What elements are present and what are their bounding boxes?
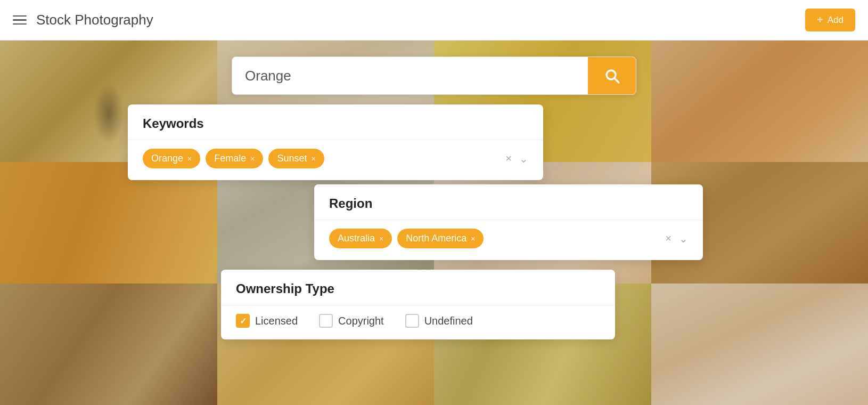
checkbox-undefined-label: Undefined <box>424 315 473 327</box>
keywords-panel: Keywords Orange × Female × Sunset × × ⌄ <box>128 104 543 180</box>
add-button-label: Add <box>828 15 844 26</box>
checkbox-licensed[interactable]: Licensed <box>236 314 298 328</box>
region-panel: Region Australia × North America × × ⌄ <box>314 184 703 260</box>
tag-female[interactable]: Female × <box>206 149 263 168</box>
region-clear-icon[interactable]: × <box>665 232 672 245</box>
tag-australia-remove[interactable]: × <box>379 234 383 243</box>
tag-australia-label: Australia <box>338 233 375 244</box>
tag-female-remove[interactable]: × <box>250 155 255 163</box>
content-area: Keywords Orange × Female × Sunset × × ⌄ <box>0 40 868 405</box>
search-bar <box>232 56 636 95</box>
checkbox-copyright-label: Copyright <box>338 315 384 327</box>
keywords-actions: × ⌄ <box>505 152 528 165</box>
region-actions: × ⌄ <box>665 232 688 245</box>
tag-sunset-label: Sunset <box>277 153 307 164</box>
region-panel-title: Region <box>329 196 688 211</box>
header: Stock Photography + Add <box>0 0 868 40</box>
checkbox-undefined[interactable]: Undefined <box>405 314 473 328</box>
region-tags-row: Australia × North America × × ⌄ <box>329 229 688 248</box>
add-button[interactable]: + Add <box>805 9 855 31</box>
hamburger-menu[interactable] <box>13 15 27 25</box>
keywords-tags-row: Orange × Female × Sunset × × ⌄ <box>143 149 528 168</box>
checkbox-copyright-box[interactable] <box>319 314 333 328</box>
tag-female-label: Female <box>214 153 246 164</box>
checkbox-copyright[interactable]: Copyright <box>319 314 384 328</box>
tag-sunset-remove[interactable]: × <box>312 155 316 163</box>
search-button[interactable] <box>588 56 636 95</box>
ownership-panel-title: Ownership Type <box>236 281 600 296</box>
tag-australia[interactable]: Australia × <box>329 229 392 248</box>
keywords-panel-title: Keywords <box>143 116 528 131</box>
keywords-expand-icon[interactable]: ⌄ <box>519 152 528 165</box>
page-title: Stock Photography <box>36 12 153 28</box>
tag-orange[interactable]: Orange × <box>143 149 200 168</box>
plus-icon: + <box>817 14 823 26</box>
tag-north-america-label: North America <box>406 233 466 244</box>
region-expand-icon[interactable]: ⌄ <box>679 232 688 245</box>
keywords-divider <box>128 140 543 140</box>
checkbox-licensed-label: Licensed <box>255 315 298 327</box>
checkbox-licensed-box[interactable] <box>236 314 250 328</box>
tag-north-america[interactable]: North America × <box>397 229 484 248</box>
ownership-divider <box>221 305 615 305</box>
tag-sunset[interactable]: Sunset × <box>268 149 324 168</box>
tag-orange-label: Orange <box>151 153 183 164</box>
tag-orange-remove[interactable]: × <box>187 155 192 163</box>
overlay-area: Keywords Orange × Female × Sunset × × ⌄ <box>0 40 868 405</box>
checkbox-undefined-box[interactable] <box>405 314 419 328</box>
ownership-panel: Ownership Type Licensed Copyright Undefi… <box>221 270 615 339</box>
region-divider <box>314 220 703 220</box>
search-icon <box>603 67 621 85</box>
header-left: Stock Photography <box>13 12 153 28</box>
ownership-checkboxes-row: Licensed Copyright Undefined <box>236 314 600 328</box>
keywords-clear-icon[interactable]: × <box>505 152 512 165</box>
tag-north-america-remove[interactable]: × <box>471 234 475 243</box>
search-input[interactable] <box>232 68 588 84</box>
